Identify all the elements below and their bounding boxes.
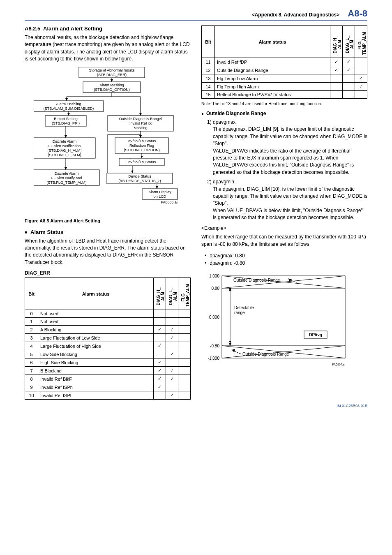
- svg-text:Outside Diagnosis Range: Outside Diagnosis Range: [233, 278, 280, 282]
- section-number: A8.2.5: [25, 25, 40, 32]
- dpavgmin-label: 2) dpavgmin: [207, 178, 367, 185]
- table-row: 8Invalid Ref BlkF✓✓: [25, 375, 191, 383]
- svg-text:FF Alert Notification: FF Alert Notification: [48, 144, 81, 148]
- svg-text:(STB.DIAG_OPTION): (STB.DIAG_OPTION): [124, 148, 160, 152]
- svg-text:PV/SV/TV Status: PV/SV/TV Status: [128, 160, 156, 164]
- alarm-status-paragraph: When the algorithm of ILBD and Heat trac…: [25, 238, 191, 266]
- left-column: A8.2.5 Alarm and Alert Setting The abnor…: [25, 25, 191, 400]
- example-label: <Example>: [201, 225, 367, 231]
- th-diag-h: DIAG_H_ALM: [330, 26, 343, 58]
- note-text: Note: The bit 13 and 14 are used for Hea…: [201, 101, 367, 106]
- svg-text:0.80: 0.80: [212, 286, 220, 291]
- table-row: 6High Side Blocking✓: [25, 358, 191, 367]
- dpavgmax-label: 1) dpavgmax: [207, 119, 367, 126]
- svg-text:(STB.DIAG_ERR): (STB.DIAG_ERR): [97, 73, 127, 77]
- header-section: <Appendix 8. Advanced Diagnostics>: [252, 12, 340, 18]
- th-diag-h: DIAG_H_ALM: [154, 278, 166, 310]
- svg-text:Discrete Alarm: Discrete Alarm: [53, 139, 77, 143]
- th-diag-l: DIAG_L_ALM: [343, 26, 355, 58]
- right-column: Bit Alarm status DIAG_H_ALM DIAG_L_ALM F…: [201, 25, 367, 400]
- flowchart: .bx{fill:#fff;stroke:#000;stroke-width:1…: [25, 67, 191, 215]
- example-paragraph: When the level range that can be measure…: [201, 234, 367, 248]
- table-row: 5Low Side Blocking✓: [25, 350, 191, 358]
- svg-text:Alarm Masking: Alarm Masking: [99, 83, 124, 87]
- dpavgmin-p1: The dpavgmin, DIAG_LIM [10], is the lowe…: [213, 186, 367, 207]
- svg-text:(STB.DIAG_OPTION): (STB.DIAG_OPTION): [94, 88, 130, 92]
- svg-text:Storage of Abnormal results: Storage of Abnormal results: [89, 68, 135, 72]
- th-status: Alarm status: [38, 278, 154, 310]
- svg-text:range: range: [234, 310, 245, 315]
- table-row: 4Large Fluctuation of High Side✓: [25, 342, 191, 350]
- svg-text:PV/SV/TV Status: PV/SV/TV Status: [128, 139, 156, 143]
- table-row: 9Invalid Ref fSPh✓: [25, 383, 191, 391]
- svg-text:0.000: 0.000: [209, 315, 219, 319]
- svg-text:Detectable: Detectable: [234, 305, 254, 310]
- table-row: 14Flg Temp High Alarm✓: [202, 83, 367, 91]
- svg-text:-0.80: -0.80: [210, 344, 219, 348]
- dpavgmax-p1: The dpavgmax, DIAG_LIM [9], is the upper…: [213, 126, 367, 147]
- alarm-status-heading: Alarm Status: [25, 229, 191, 235]
- table-row: 1Not used.: [25, 318, 191, 326]
- svg-text:(STB.FLG_TEMP_ALM): (STB.FLG_TEMP_ALM): [46, 180, 86, 185]
- th-bit: Bit: [25, 278, 38, 310]
- th-flg-temp: FLG_TEMP_ALM: [178, 278, 191, 310]
- table-row: 10Invalid Ref fSPl✓: [25, 391, 191, 400]
- table-row: 15Reflect Blockage to PV/SV/TV status: [202, 91, 367, 99]
- table-row: 11Invalid Ref fDP✓✓: [202, 58, 367, 66]
- footer-doc-id: IM 01C25R03-01E: [337, 404, 367, 408]
- svg-text:FA0807.ai: FA0807.ai: [332, 363, 345, 366]
- svg-text:Masking: Masking: [134, 126, 148, 130]
- table-row: 0Not used.: [25, 310, 191, 318]
- figure-caption: Figure A8.5 Alarm and Alert Setting: [25, 218, 191, 223]
- svg-text:Outside Diagnosis Range: Outside Diagnosis Range: [242, 352, 289, 356]
- dpavgmax-p2: VALUE_DPAVG indicates the ratio of the a…: [213, 148, 367, 176]
- svg-text:(RB.DEVICE_STATUS_7): (RB.DEVICE_STATUS_7): [118, 179, 161, 183]
- svg-text:on LCD: on LCD: [154, 194, 166, 199]
- svg-text:Report Setting: Report Setting: [54, 117, 78, 121]
- range-chart: .lt{font-size:10px;font-family:Arial}.ln…: [201, 270, 357, 373]
- svg-text:(STB.DIAG_PRI): (STB.DIAG_PRI): [52, 121, 80, 125]
- svg-text:Outside Diagnosis Range/: Outside Diagnosis Range/: [119, 117, 162, 121]
- page-header: <Appendix 8. Advanced Diagnostics> A8-8: [25, 8, 367, 21]
- svg-text:Reflection Flag: Reflection Flag: [129, 143, 154, 148]
- bullet-dpavgmax: dpavgmax: 0.80: [205, 252, 367, 259]
- svg-line-73: [233, 351, 241, 354]
- intro-paragraph: The abnormal results, as the blockage de…: [25, 34, 191, 63]
- outside-diag-heading: Outside Diagnosis Range: [201, 111, 367, 116]
- svg-text:-1.000: -1.000: [208, 356, 220, 361]
- svg-text:Alarm Display: Alarm Display: [148, 190, 171, 194]
- svg-text:DPAvg: DPAvg: [309, 333, 322, 337]
- section-heading: A8.2.5 Alarm and Alert Setting: [25, 25, 191, 32]
- th-bit: Bit: [202, 26, 215, 58]
- th-flg-temp: FLG_TEMP_ALM: [355, 26, 367, 58]
- svg-text:FF Alert Notify and: FF Alert Notify and: [51, 176, 82, 180]
- th-diag-l: DIAG_L_ALM: [166, 278, 178, 310]
- svg-text:Alarm Enabling: Alarm Enabling: [56, 102, 81, 106]
- svg-text:(STB.DIAG_H_ALM): (STB.DIAG_H_ALM): [47, 148, 81, 153]
- svg-text:Discrete Alarm: Discrete Alarm: [55, 171, 79, 176]
- bullet-dpavgmin: dpavgmin: -0.80: [205, 259, 367, 267]
- svg-text:FA0806.ai: FA0806.ai: [161, 200, 178, 204]
- svg-text:Device Status: Device Status: [128, 174, 151, 178]
- diag-err-table-left: Bit Alarm status DIAG_H_ALM DIAG_L_ALM F…: [25, 278, 191, 400]
- svg-text:(STB.ALAM_SUM.DISABLED): (STB.ALAM_SUM.DISABLED): [44, 106, 94, 111]
- diag-err-label: DIAG_ERR: [25, 270, 191, 276]
- table-row: 13Flg Temp Low Alarm✓: [202, 74, 367, 83]
- th-status: Alarm status: [215, 26, 330, 58]
- svg-text:Invalid Ref xx: Invalid Ref xx: [129, 121, 152, 125]
- svg-text:1.000: 1.000: [209, 274, 219, 278]
- table-row: 12Outside Diagnosis Range✓✓: [202, 66, 367, 74]
- section-title: Alarm and Alert Setting: [43, 25, 102, 32]
- diag-err-table-right: Bit Alarm status DIAG_H_ALM DIAG_L_ALM F…: [201, 25, 367, 99]
- example-bullets: dpavgmax: 0.80 dpavgmin: -0.80: [205, 252, 367, 267]
- dpavgmin-p2: When VALUE_DPAVG is below this limit, "O…: [213, 207, 367, 222]
- table-row: 7B Blocking✓✓: [25, 367, 191, 375]
- table-row: 3Large Fluctuation of Low Side✓: [25, 334, 191, 342]
- page-number: A8-8: [348, 8, 367, 19]
- svg-text:(STB.DIAG_L_ALM): (STB.DIAG_L_ALM): [48, 153, 81, 157]
- table-row: 2A Blocking✓✓: [25, 326, 191, 334]
